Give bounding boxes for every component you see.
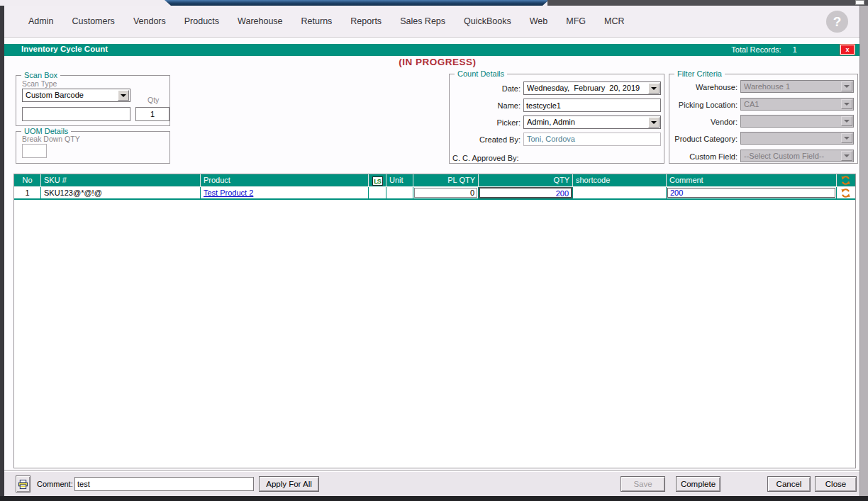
window-frame-right: [859, 0, 868, 501]
product-category-dropdown: [740, 132, 854, 145]
footer-comment-label: Comment:: [37, 480, 73, 488]
cc-approved-by-label: C. C. Approved By:: [452, 154, 519, 162]
complete-button[interactable]: Complete: [676, 476, 720, 492]
row-refresh[interactable]: [837, 187, 855, 198]
chevron-down-icon: [841, 133, 852, 143]
background-window-titlebar: [547, 0, 868, 6]
product-link[interactable]: Test Product 2: [204, 188, 253, 197]
uom-details-group: UOM Details Break Down QTY: [16, 131, 170, 164]
warehouse-dropdown: Warehouse 1: [740, 80, 854, 93]
refresh-icon: [840, 188, 851, 198]
background-window-tab: [165, 0, 549, 6]
footer-bar: Comment: Apply For All Save Complete Can…: [4, 472, 859, 496]
window-frame-bottom: [0, 496, 868, 501]
name-input[interactable]: [523, 98, 661, 112]
main-menu-bar: Admin Customers Vendors Products Warehou…: [4, 6, 859, 38]
chevron-down-icon[interactable]: [648, 117, 660, 128]
row-product: Test Product 2: [201, 187, 369, 198]
footer-divider: [4, 470, 859, 471]
refresh-icon: [840, 175, 851, 186]
menu-customers[interactable]: Customers: [72, 16, 114, 26]
footer-comment-input[interactable]: [74, 477, 254, 491]
product-category-label: Product Category:: [669, 135, 738, 143]
lot-serial-icon: LS: [372, 176, 383, 186]
menu-mfg[interactable]: MFG: [566, 16, 586, 26]
vendor-label: Vendor:: [669, 118, 738, 126]
scan-box-legend: Scan Box: [21, 71, 60, 79]
col-header-product: Product: [201, 174, 369, 186]
col-header-lot-serial: LS: [369, 174, 386, 186]
help-icon[interactable]: ?: [826, 11, 848, 33]
row-shortcode[interactable]: [573, 187, 667, 198]
menu-products[interactable]: Products: [184, 16, 219, 26]
menu-mcr[interactable]: MCR: [604, 16, 624, 26]
row-no: 1: [14, 187, 41, 198]
qty-label: Qty: [148, 96, 159, 104]
chevron-down-icon: [841, 151, 852, 161]
items-grid: No SKU # Product LS Unit PL QTY QTY shor…: [13, 174, 856, 468]
scan-box-group: Scan Box Scan Type Custom Barcode Qty: [16, 75, 170, 126]
count-details-group: Count Details Date: Wednesday, February …: [449, 74, 664, 164]
created-by-value: Toni, Cordova: [523, 133, 661, 146]
status-badge: (IN PROGRESS): [4, 57, 859, 67]
row-comment[interactable]: 200: [667, 187, 837, 198]
scan-type-label: Scan Type: [22, 79, 57, 88]
chevron-down-icon: [841, 81, 852, 91]
cancel-button[interactable]: Cancel: [767, 476, 811, 492]
menu-admin[interactable]: Admin: [28, 16, 53, 26]
menu-reports[interactable]: Reports: [350, 16, 382, 26]
qty-input[interactable]: [135, 107, 169, 121]
total-records-value: 1: [793, 45, 797, 54]
scan-input[interactable]: [22, 107, 130, 121]
background-window-button: [855, 0, 864, 5]
window-frame-top: [0, 0, 868, 6]
menu-warehouse[interactable]: Warehouse: [238, 16, 282, 26]
col-header-refresh[interactable]: [837, 174, 855, 186]
menu-returns[interactable]: Returns: [301, 16, 333, 26]
custom-field-value: --Select Custom Field--: [744, 152, 840, 160]
print-button[interactable]: [16, 475, 30, 492]
chevron-down-icon[interactable]: [118, 90, 129, 101]
scan-type-dropdown[interactable]: Custom Barcode: [22, 89, 130, 102]
row-unit: [386, 187, 413, 198]
date-dropdown[interactable]: Wednesday, February 20, 2019: [523, 81, 661, 95]
total-records-label: Total Records:: [731, 45, 781, 54]
col-header-unit: Unit: [386, 174, 413, 186]
menu-quickbooks[interactable]: QuickBooks: [464, 16, 511, 26]
comment-input-cell[interactable]: 200: [667, 188, 835, 198]
picker-dropdown[interactable]: Admin, Admin: [523, 116, 661, 129]
warehouse-value: Warehouse 1: [744, 82, 840, 91]
picker-value: Admin, Admin: [527, 118, 647, 126]
close-icon[interactable]: x: [840, 45, 855, 55]
row-qty[interactable]: 200: [479, 187, 573, 198]
break-down-qty-input[interactable]: [22, 144, 47, 158]
save-button: Save: [621, 476, 665, 492]
col-header-shortcode: shortcode: [573, 174, 667, 186]
app-window: Admin Customers Vendors Products Warehou…: [0, 0, 868, 501]
pl-qty-value: 0: [414, 188, 477, 198]
filter-criteria-legend: Filter Criteria: [674, 69, 725, 78]
picking-location-dropdown: CA1: [740, 98, 854, 111]
col-header-comment: Comment: [667, 174, 837, 186]
close-button[interactable]: Close: [815, 476, 857, 492]
menu-web[interactable]: Web: [530, 16, 547, 26]
col-header-sku: SKU #: [41, 174, 201, 186]
main-content: Inventory Cycle Count Total Records:1 x …: [4, 38, 859, 496]
scan-type-value: Custom Barcode: [26, 91, 117, 99]
date-value: Wednesday, February 20, 2019: [527, 84, 647, 92]
printer-icon: [18, 479, 28, 490]
col-header-pl-qty: PL QTY: [413, 174, 479, 186]
qty-input-cell[interactable]: 200: [479, 187, 572, 198]
picking-location-label: Picking Location:: [669, 101, 738, 109]
row-lot-serial: [369, 187, 386, 198]
menu-vendors[interactable]: Vendors: [133, 16, 166, 26]
menu-sales-reps[interactable]: Sales Reps: [400, 16, 445, 26]
date-label: Date:: [452, 84, 521, 93]
chevron-down-icon[interactable]: [648, 83, 660, 94]
chevron-down-icon: [841, 116, 852, 126]
col-header-qty: QTY: [479, 174, 573, 186]
filter-criteria-group: Filter Criteria Warehouse: Warehouse 1 P…: [669, 74, 858, 164]
picking-location-value: CA1: [744, 100, 840, 108]
apply-for-all-button[interactable]: Apply For All: [259, 476, 319, 492]
picker-label: Picker:: [452, 118, 521, 127]
